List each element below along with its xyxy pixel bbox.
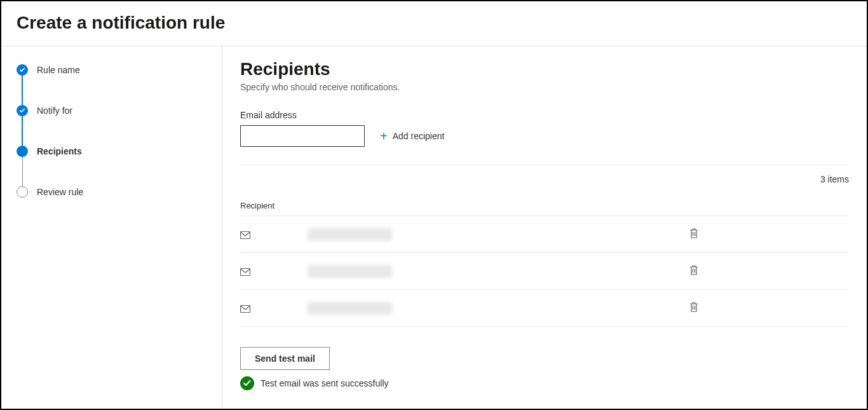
email-input[interactable] bbox=[240, 125, 365, 147]
mail-icon bbox=[240, 304, 250, 312]
add-recipient-label: Add recipient bbox=[393, 131, 445, 141]
divider bbox=[240, 165, 849, 165]
recipient-row: redacted-recipient-3 bbox=[240, 290, 849, 327]
step-label: Review rule bbox=[37, 187, 83, 197]
check-icon bbox=[17, 105, 28, 116]
delete-recipient-button[interactable] bbox=[686, 225, 702, 243]
wizard-sidebar: Rule name Notify for Recipients Review r… bbox=[1, 46, 222, 409]
step-notify-for[interactable]: Notify for bbox=[17, 105, 207, 146]
mail-icon bbox=[240, 231, 250, 238]
delete-recipient-button[interactable] bbox=[686, 299, 702, 317]
recipient-row: redacted-recipient-1 bbox=[240, 216, 849, 253]
section-heading: Recipients bbox=[240, 59, 849, 79]
upcoming-step-icon bbox=[17, 186, 28, 198]
page-header: Create a notification rule bbox=[1, 1, 867, 46]
page-title: Create a notification rule bbox=[17, 13, 851, 33]
section-subtitle: Specify who should receive notifications… bbox=[240, 82, 849, 92]
delete-recipient-button[interactable] bbox=[686, 262, 702, 280]
step-review-rule[interactable]: Review rule bbox=[17, 186, 207, 198]
recipient-row: redacted-recipient-2 bbox=[240, 253, 849, 290]
plus-icon: + bbox=[380, 130, 388, 142]
trash-icon bbox=[689, 264, 699, 276]
success-message-text: Test email was sent successfully bbox=[261, 378, 389, 388]
email-field-label: Email address bbox=[240, 110, 849, 120]
send-test-mail-button[interactable]: Send test mail bbox=[240, 347, 330, 370]
recipient-email: redacted-recipient-2 bbox=[308, 266, 686, 277]
step-rule-name[interactable]: Rule name bbox=[17, 64, 207, 105]
step-label: Recipients bbox=[37, 146, 82, 156]
main-panel: Recipients Specify who should receive no… bbox=[222, 46, 867, 409]
add-recipient-button[interactable]: + Add recipient bbox=[376, 127, 448, 145]
trash-icon bbox=[689, 301, 699, 313]
trash-icon bbox=[689, 228, 699, 239]
item-count: 3 items bbox=[240, 170, 849, 196]
recipient-email: redacted-recipient-1 bbox=[308, 229, 686, 240]
recipient-email: redacted-recipient-3 bbox=[308, 303, 686, 313]
step-recipients[interactable]: Recipients bbox=[17, 146, 207, 186]
mail-icon bbox=[240, 268, 250, 275]
success-message-row: Test email was sent successfully bbox=[240, 376, 849, 390]
success-check-icon bbox=[240, 376, 254, 390]
check-icon bbox=[17, 64, 28, 76]
step-label: Rule name bbox=[37, 65, 80, 75]
current-step-icon bbox=[17, 146, 28, 157]
step-label: Notify for bbox=[37, 106, 72, 116]
table-header-recipient: Recipient bbox=[240, 196, 849, 216]
